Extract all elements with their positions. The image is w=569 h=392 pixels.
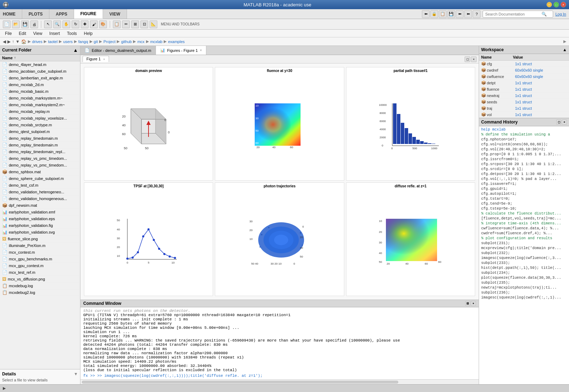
folder-item[interactable]: 📄demo_lambertian_exit_angle.m bbox=[0, 75, 80, 82]
menu-help[interactable]: Help bbox=[80, 30, 96, 37]
ribbon-rotate[interactable]: ↻ bbox=[72, 20, 79, 28]
h-scroll-thumb[interactable] bbox=[82, 381, 398, 384]
folder-item[interactable]: 🖼fluence_slice.png bbox=[0, 236, 80, 242]
nav-back[interactable]: ◀ bbox=[3, 39, 6, 44]
folder-item[interactable]: 📄demo_sphere_cube_subpixel.m bbox=[0, 175, 80, 182]
ribbon-edit-fig[interactable]: ✏ bbox=[122, 20, 130, 28]
folder-item[interactable]: 📄demo_replay_vs_pmc_timedom... bbox=[0, 155, 80, 162]
folder-item[interactable]: 📄demo_mcxlab_srctype.m bbox=[0, 122, 80, 128]
workspace-variable-row[interactable]: 📦vol1x1 struct bbox=[479, 111, 569, 118]
path-project[interactable]: Project bbox=[103, 40, 115, 44]
search-box[interactable]: 🔍 bbox=[483, 11, 553, 18]
menu-insert[interactable]: Insert bbox=[46, 30, 63, 37]
ch-line[interactable]: imagesc(squeeze(log(cwdref(:,:,1)... bbox=[480, 295, 568, 300]
folder-item[interactable]: 📄mcx_gpu_contest.m bbox=[0, 263, 80, 269]
menu-file[interactable]: File bbox=[1, 30, 15, 37]
folder-item[interactable]: 📄demo_replay_timedomain.m bbox=[0, 142, 80, 149]
command-window-controls[interactable]: ⊞ × bbox=[465, 301, 476, 306]
figure-tab-close[interactable]: × bbox=[200, 48, 202, 52]
figure-1-close[interactable]: × bbox=[103, 58, 105, 61]
ch-line[interactable]: subplot(232); bbox=[480, 251, 568, 255]
ch-line[interactable]: cfg.nphoton=1e7; bbox=[480, 137, 568, 142]
cmd-win-expand[interactable]: ⊞ bbox=[465, 301, 470, 306]
ribbon-datacursor[interactable]: ✚ bbox=[81, 20, 89, 28]
minimize-button[interactable]: − bbox=[546, 2, 552, 7]
fig-ctrl-1[interactable]: ◻ bbox=[465, 56, 470, 62]
toolbar-icon-4[interactable]: 💾 bbox=[447, 10, 455, 18]
folder-item[interactable]: 📋mcxdebug2.log bbox=[0, 289, 80, 296]
ch-line[interactable]: cfg.issrcfrom0=1; bbox=[480, 157, 568, 162]
nav-history[interactable]: ▼ bbox=[16, 39, 20, 44]
ch-line[interactable]: [fluence,detpt,vol,seeds,traj]=mc... bbox=[480, 216, 568, 221]
ribbon-new[interactable]: 📄 bbox=[3, 20, 11, 28]
workspace-expand[interactable]: ▲ bbox=[563, 47, 567, 52]
folder-col-header[interactable]: Name ↑ bbox=[0, 55, 80, 61]
search-input[interactable] bbox=[485, 12, 541, 16]
nav-up[interactable]: ↑ bbox=[12, 39, 14, 44]
ribbon-copy[interactable]: 📋 bbox=[113, 20, 121, 28]
ch-line[interactable]: subplot(231); bbox=[480, 241, 568, 246]
ch-undock[interactable]: ◻ bbox=[556, 120, 561, 125]
nav-forward[interactable]: ▶ bbox=[7, 39, 11, 44]
folder-item[interactable]: 🖼mcx_vs_diffusion.png bbox=[0, 276, 80, 283]
window-control-buttons[interactable]: − □ × bbox=[546, 2, 566, 7]
path-users[interactable]: users bbox=[63, 40, 73, 44]
folder-item[interactable]: 📊earlyphoton_validation.emf bbox=[0, 209, 80, 216]
toolbar-icon-1[interactable]: ⬅ bbox=[422, 10, 430, 18]
folder-panel-expand[interactable]: ▲ bbox=[73, 47, 78, 53]
figure-1-tab[interactable]: Figure 1 × bbox=[83, 56, 109, 62]
toolbar-icon-5[interactable]: ⬅ bbox=[456, 10, 464, 18]
ch-line[interactable]: cfg.srcdir=[0 0 1]; bbox=[480, 167, 568, 171]
ch-line[interactable]: subplot(234); bbox=[480, 270, 568, 275]
path-mcx[interactable]: mcx bbox=[137, 40, 144, 44]
workspace-variable-row[interactable]: 📦cwfluence60x60x60 single bbox=[479, 73, 569, 80]
workspace-variable-row[interactable]: 📦cwdref60x60x60 single bbox=[479, 67, 569, 73]
folder-item[interactable]: 📦dpf_newsim.mat bbox=[0, 202, 80, 209]
ribbon-colormap[interactable]: 🎨 bbox=[99, 20, 107, 28]
folder-item[interactable]: 📊earlyphoton_validation.eps bbox=[0, 216, 80, 222]
folder-item[interactable]: 📋mcxdebug.log bbox=[0, 283, 80, 289]
folder-item[interactable]: 📊earlyphoton_validation.fig bbox=[0, 222, 80, 229]
path-github[interactable]: github bbox=[121, 40, 132, 44]
path-taotel[interactable]: taotel bbox=[48, 40, 57, 44]
ch-line[interactable]: cwdref=sum(fluence.dref,4); %... bbox=[480, 231, 568, 236]
ch-line[interactable]: plot(squeeze(fluence.data(30,30,3... bbox=[480, 275, 568, 280]
menu-view[interactable]: View bbox=[30, 30, 46, 37]
folder-item[interactable]: 📄mcx_gpu_benchmarks.m bbox=[0, 256, 80, 263]
ch-close[interactable]: × bbox=[562, 120, 567, 125]
ch-line[interactable]: cfg.prop=[0 0 1 1:0.005 1 0 1.37;... bbox=[480, 152, 568, 157]
ribbon-fig-size[interactable]: ⊞ bbox=[131, 20, 139, 28]
ch-line[interactable]: % integrate time-axis (4th dimens... bbox=[480, 221, 568, 226]
ch-body[interactable]: help mcxlab% define the simulation using… bbox=[479, 126, 569, 384]
workspace-variable-row[interactable]: 📦traj1x1 struct bbox=[479, 105, 569, 111]
folder-item[interactable]: 📄demo_validation_heterogeneo... bbox=[0, 189, 80, 195]
toolbar-icon-6[interactable]: ⬅ bbox=[464, 10, 472, 18]
tab-apps[interactable]: APPS bbox=[49, 9, 74, 19]
folder-item[interactable]: 📄illuminate_PreXion.m bbox=[0, 242, 80, 249]
workspace-variable-row[interactable]: 📦fluence1x1 struct bbox=[479, 86, 569, 92]
ribbon-axes[interactable]: 📐 bbox=[150, 20, 157, 28]
folder-item[interactable]: 📄demo_mcxlab_basic.m bbox=[0, 88, 80, 95]
ribbon-subplot[interactable]: ⊡ bbox=[140, 20, 148, 28]
ch-line[interactable]: % define the simulation using a bbox=[480, 132, 568, 137]
search-icon[interactable]: 🔍 bbox=[541, 12, 547, 17]
folder-item[interactable]: 📄demo_qtest_subpixel.m bbox=[0, 128, 80, 135]
ribbon-open[interactable]: 📂 bbox=[12, 20, 20, 28]
folder-item[interactable]: 📄demo_replay_vs_pmc_timedom... bbox=[0, 162, 80, 169]
window-controls[interactable]: 🔲 bbox=[3, 2, 8, 7]
ribbon-cursor[interactable]: ↖ bbox=[44, 20, 52, 28]
path-drives[interactable]: drives bbox=[32, 40, 42, 44]
folder-item[interactable]: 📄demo_mcxlab_marksystem2.m~ bbox=[0, 102, 80, 108]
ch-line[interactable]: cfg.vol=uint8(ones(60,60,60)); bbox=[480, 142, 568, 147]
folder-item[interactable]: 📄demo_validation_homogeneous... bbox=[0, 195, 80, 202]
ch-line[interactable]: cfg.tstep=5e-10; bbox=[480, 206, 568, 211]
command-body[interactable]: this current run sets photons on the det… bbox=[80, 307, 479, 379]
toolbar-icon-2[interactable]: 🔒 bbox=[430, 10, 438, 18]
ch-line[interactable]: subplot(233); bbox=[480, 260, 568, 265]
workspace-variable-row[interactable]: 📦seeds1x1 struct bbox=[479, 99, 569, 105]
tab-home[interactable]: HOME bbox=[0, 9, 22, 19]
folder-item[interactable]: 📄mcx_contest.m bbox=[0, 249, 80, 256]
ch-line[interactable]: cfg.gpuid=1; bbox=[480, 186, 568, 191]
ribbon-save[interactable]: 💾 bbox=[21, 20, 29, 28]
ch-line[interactable]: cfg.issaveref=1; bbox=[480, 181, 568, 186]
